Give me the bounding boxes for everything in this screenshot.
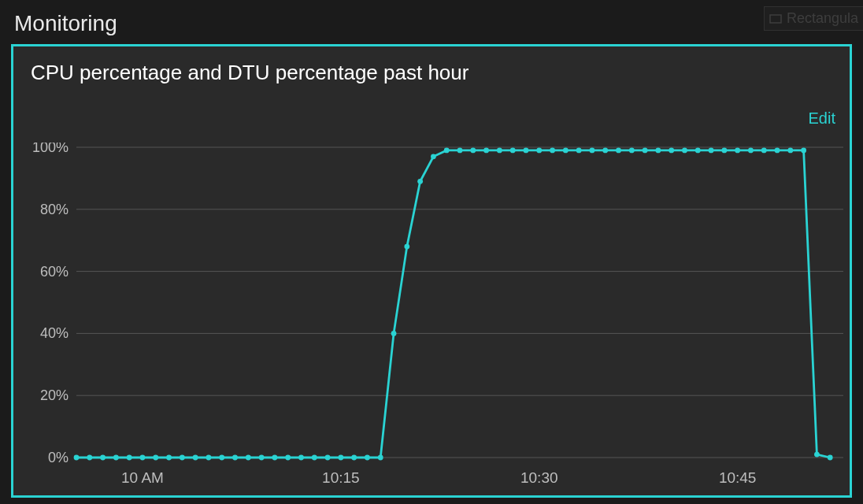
svg-point-59 [629,148,635,154]
svg-text:100%: 100% [32,143,69,155]
svg-point-38 [351,455,357,461]
svg-point-21 [127,455,132,461]
capture-mode-button[interactable]: Rectangula [764,6,863,31]
svg-point-17 [74,455,80,461]
svg-point-68 [748,148,754,154]
capture-mode-label: Rectangula [787,10,858,27]
svg-point-62 [669,148,674,154]
svg-point-41 [391,331,397,336]
svg-point-43 [417,179,423,184]
svg-point-57 [602,148,608,154]
svg-point-66 [721,148,727,154]
page-title: Monitoring [0,0,863,44]
svg-point-52 [536,148,542,154]
svg-text:20%: 20% [40,387,69,403]
svg-point-18 [87,455,92,461]
svg-point-39 [365,455,370,461]
chart-area: 0%20%40%60%80%100%10 AM10:1510:3010:45 [13,143,850,495]
svg-point-28 [219,455,224,461]
svg-point-69 [761,148,767,154]
svg-point-74 [828,455,833,461]
svg-point-27 [206,455,212,461]
svg-point-26 [193,455,198,461]
svg-point-54 [563,148,569,154]
svg-point-70 [775,148,780,154]
svg-point-55 [576,148,582,154]
svg-text:0%: 0% [48,450,69,465]
svg-point-72 [801,148,806,154]
svg-point-63 [682,148,687,154]
svg-text:10:30: 10:30 [520,469,558,486]
svg-point-24 [166,455,172,461]
svg-point-22 [140,455,146,461]
svg-point-44 [431,154,436,159]
svg-point-25 [180,455,185,461]
svg-rect-0 [770,15,781,23]
svg-text:10:15: 10:15 [322,469,360,486]
svg-point-32 [272,455,277,461]
capture-icon [769,14,782,24]
svg-point-65 [709,148,714,154]
svg-text:80%: 80% [40,202,69,217]
svg-point-30 [246,455,251,461]
svg-point-20 [113,455,119,461]
svg-point-37 [338,455,343,461]
svg-point-53 [550,148,555,154]
svg-point-45 [444,148,450,154]
svg-point-71 [787,148,793,154]
metrics-tile[interactable]: CPU percentage and DTU percentage past h… [11,44,852,498]
line-chart: 0%20%40%60%80%100%10 AM10:1510:3010:45 [13,143,850,495]
svg-point-67 [735,148,740,154]
svg-point-29 [232,455,238,461]
svg-point-19 [100,455,106,461]
svg-point-73 [814,452,820,458]
svg-point-50 [510,148,516,154]
svg-text:10:45: 10:45 [719,469,757,486]
svg-point-35 [312,455,317,461]
svg-point-23 [153,455,158,461]
svg-point-64 [695,148,701,154]
svg-text:60%: 60% [40,264,69,280]
svg-point-31 [259,455,265,461]
svg-point-42 [404,244,409,250]
svg-text:10 AM: 10 AM [121,469,164,486]
svg-point-51 [524,148,529,154]
svg-point-34 [298,455,304,461]
svg-point-48 [483,148,489,154]
edit-button[interactable]: Edit [809,109,835,128]
svg-point-36 [325,455,331,461]
svg-text:40%: 40% [40,325,69,341]
svg-point-61 [655,148,661,154]
svg-point-47 [470,148,476,154]
svg-point-56 [590,148,595,154]
svg-point-40 [378,455,383,461]
svg-point-49 [497,148,502,154]
chart-title: CPU percentage and DTU percentage past h… [13,46,850,88]
svg-point-58 [616,148,621,154]
svg-point-33 [285,455,291,461]
svg-point-60 [643,148,648,154]
svg-point-46 [457,148,463,154]
